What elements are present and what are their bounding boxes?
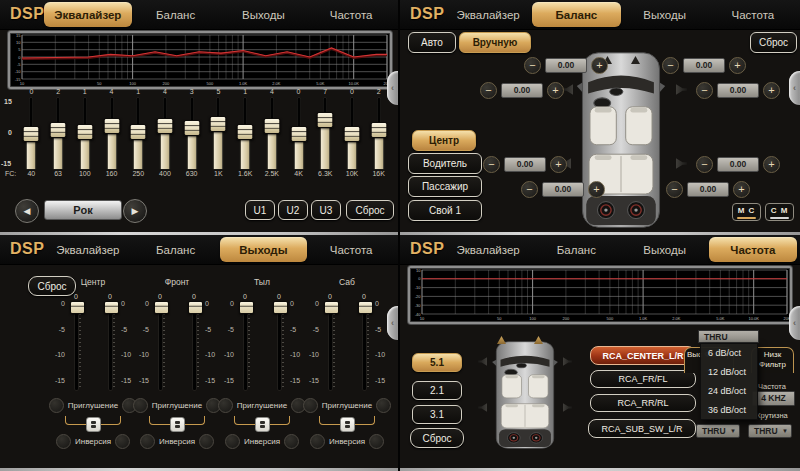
slope-dropdown-selected[interactable]: THRU <box>698 330 759 343</box>
plus-button[interactable] <box>591 57 608 74</box>
cm-mode-button[interactable]: C M <box>765 203 794 221</box>
invert-checkbox[interactable] <box>140 434 155 449</box>
invert-checkbox[interactable] <box>369 434 384 449</box>
tab-balance[interactable]: Баланс <box>132 2 220 27</box>
fader-handle[interactable] <box>76 124 93 140</box>
slider-handle[interactable] <box>324 301 339 314</box>
tab-equalizer[interactable]: Эквалайзер <box>444 237 532 262</box>
edge-pull-handle[interactable] <box>387 71 398 105</box>
slope-select-high[interactable]: THRU <box>696 424 740 438</box>
minus-button[interactable] <box>662 57 679 74</box>
tab-frequency[interactable]: Частота <box>709 2 797 27</box>
link-channels-icon[interactable] <box>255 417 270 432</box>
tab-balance[interactable]: Баланс <box>532 2 620 27</box>
invert-checkbox[interactable] <box>310 434 325 449</box>
fader-handle[interactable] <box>130 124 147 140</box>
channel-rca-front-button[interactable]: RCA_FR/FL <box>590 370 696 388</box>
minus-button[interactable] <box>521 181 538 198</box>
invert-checkbox[interactable] <box>225 434 240 449</box>
preset-prev-button[interactable] <box>15 199 39 223</box>
fader-handle[interactable] <box>370 122 387 138</box>
minus-button[interactable] <box>524 57 541 74</box>
slider-handle[interactable] <box>104 301 119 314</box>
fader-handle[interactable] <box>23 126 40 142</box>
invert-checkbox[interactable] <box>56 434 71 449</box>
preset-driver-button[interactable]: Водитель <box>408 153 482 174</box>
mc-mode-button[interactable]: M C <box>732 203 761 221</box>
minus-button[interactable] <box>696 156 713 173</box>
reset-button[interactable]: Сброс <box>750 32 797 53</box>
mode-2.1-button[interactable]: 2.1 <box>412 381 462 400</box>
fader-handle[interactable] <box>317 112 334 128</box>
tab-outputs[interactable]: Выходы <box>220 2 308 27</box>
tab-equalizer[interactable]: Эквалайзер <box>44 2 132 27</box>
mute-checkbox[interactable] <box>49 398 64 413</box>
memory-u2-button[interactable]: U2 <box>278 200 308 220</box>
preset-passenger-button[interactable]: Пассажир <box>408 176 482 197</box>
fader-handle[interactable] <box>156 118 173 134</box>
mode-3.1-button[interactable]: 3.1 <box>412 405 462 424</box>
tab-frequency[interactable]: Частота <box>709 237 797 262</box>
dropdown-option-36db[interactable]: 36 dB/oct <box>708 405 757 415</box>
fader-handle[interactable] <box>290 126 307 142</box>
tab-equalizer[interactable]: Эквалайзер <box>44 237 132 262</box>
memory-u1-button[interactable]: U1 <box>245 200 275 220</box>
slider-handle[interactable] <box>70 301 85 314</box>
slider-handle[interactable] <box>188 301 203 314</box>
tab-equalizer[interactable]: Эквалайзер <box>444 2 532 27</box>
plus-button[interactable] <box>729 57 746 74</box>
dropdown-option-24db[interactable]: 24 dB/oct <box>708 386 757 396</box>
tab-balance[interactable]: Баланс <box>132 237 220 262</box>
preset-custom-button[interactable]: Свой 1 <box>408 200 482 221</box>
edge-pull-handle[interactable] <box>387 306 398 340</box>
fader-handle[interactable] <box>210 116 227 132</box>
slider-handle[interactable] <box>358 301 373 314</box>
channel-rca-rear-button[interactable]: RCA_RR/RL <box>590 394 696 412</box>
minus-button[interactable] <box>483 156 500 173</box>
fader-handle[interactable] <box>103 118 120 134</box>
tab-outputs[interactable]: Выходы <box>621 2 709 27</box>
tab-outputs[interactable]: Выходы <box>621 237 709 262</box>
manual-button[interactable]: Вручную <box>459 32 531 53</box>
plus-button[interactable] <box>550 156 567 173</box>
tab-balance[interactable]: Баланс <box>532 237 620 262</box>
reset-button[interactable]: Сброс <box>410 428 464 448</box>
reset-button[interactable]: Сброс <box>346 200 394 220</box>
mute-checkbox[interactable] <box>218 398 233 413</box>
mute-checkbox[interactable] <box>376 398 391 413</box>
slider-handle[interactable] <box>273 301 288 314</box>
edge-pull-handle[interactable] <box>789 71 800 105</box>
fader-handle[interactable] <box>343 126 360 142</box>
fader-handle[interactable] <box>50 122 67 138</box>
mute-checkbox[interactable] <box>303 398 318 413</box>
preset-center-button[interactable]: Центр <box>412 130 476 151</box>
minus-button[interactable] <box>696 82 713 99</box>
channel-rca-center-button[interactable]: RCA_CENTER_L/R <box>590 346 696 365</box>
slider-handle[interactable] <box>154 301 169 314</box>
edge-pull-handle[interactable] <box>789 306 800 340</box>
plus-button[interactable] <box>588 181 605 198</box>
link-channels-icon[interactable] <box>170 417 185 432</box>
dropdown-option-12db[interactable]: 12 dB/oct <box>708 367 757 377</box>
slider-handle[interactable] <box>239 301 254 314</box>
auto-button[interactable]: Авто <box>408 32 456 53</box>
mute-checkbox[interactable] <box>133 398 148 413</box>
minus-button[interactable] <box>480 82 497 99</box>
plus-button[interactable] <box>763 156 780 173</box>
slope-select-low[interactable]: THRU <box>748 424 792 438</box>
tab-frequency[interactable]: Частота <box>307 237 395 262</box>
link-channels-icon[interactable] <box>86 417 101 432</box>
tab-frequency[interactable]: Частота <box>307 2 395 27</box>
tab-outputs[interactable]: Выходы <box>220 237 308 262</box>
fader-handle[interactable] <box>263 118 280 134</box>
link-channels-icon[interactable] <box>340 417 355 432</box>
memory-u3-button[interactable]: U3 <box>311 200 341 220</box>
channel-rca-sub-button[interactable]: RCA_SUB_SW_L/R <box>588 419 696 438</box>
mode-5.1-button[interactable]: 5.1 <box>412 353 462 372</box>
fader-handle[interactable] <box>183 120 200 136</box>
fader-handle[interactable] <box>237 124 254 140</box>
dropdown-option-6db[interactable]: 6 dB/oct <box>708 348 757 358</box>
minus-button[interactable] <box>666 181 683 198</box>
plus-button[interactable] <box>733 181 750 198</box>
plus-button[interactable] <box>763 82 780 99</box>
